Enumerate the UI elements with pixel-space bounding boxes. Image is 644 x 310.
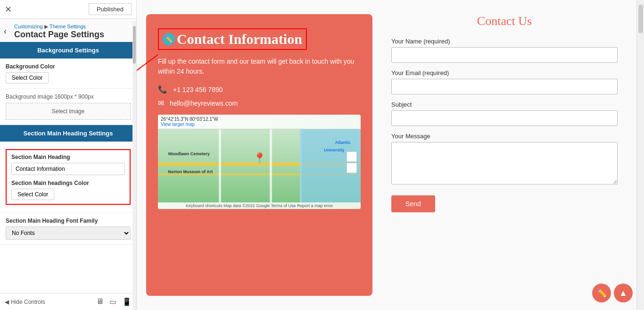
message-form-group: Your Message <box>391 133 618 186</box>
map-top-bar: 26°42'15.3"N 80°03'12.1"W View larger ma… <box>158 115 361 129</box>
right-scrollbar <box>636 0 644 310</box>
customizing-link[interactable]: Customizing <box>14 24 43 29</box>
name-form-group: Your Name (required) <box>391 38 618 63</box>
left-panel-scrollbar <box>132 21 136 310</box>
font-family-select[interactable]: No Fonts <box>6 226 131 240</box>
breadcrumb-arrow: ▶ <box>44 24 50 29</box>
left-panel: ✕ Published Customizing ▶ Theme Settings… <box>0 0 137 310</box>
select-image-button[interactable]: Select image <box>6 103 131 120</box>
close-icon[interactable]: ✕ <box>5 4 12 15</box>
contact-card-heading: Contact Information <box>177 31 302 47</box>
email-label: Your Email (required) <box>391 69 618 76</box>
left-panel-scrollbar-thumb <box>133 26 136 64</box>
section-main-heading-input[interactable] <box>11 163 125 175</box>
map-pin: 📍 <box>253 152 266 165</box>
message-label: Your Message <box>391 133 618 140</box>
subject-label: Subject <box>391 101 618 108</box>
background-image-section: Background image 1600px * 900px Select i… <box>0 89 136 125</box>
map-placeholder: 26°42'15.3"N 80°03'12.1"W View larger ma… <box>158 115 361 209</box>
name-label: Your Name (required) <box>391 38 618 45</box>
highlighted-heading-block: Section Main Heading Section Main headin… <box>6 149 131 205</box>
desktop-icon[interactable]: 🖥 <box>96 297 104 306</box>
mobile-icon[interactable]: 📱 <box>122 297 132 306</box>
page-title: Contact Page Settings <box>14 30 132 40</box>
svg-line-1 <box>137 55 158 121</box>
scrollable-panel: Background Settings Background Color Sel… <box>0 42 136 293</box>
send-button[interactable]: Send <box>391 195 435 212</box>
hide-controls-label: Hide Controls <box>11 299 45 305</box>
map-coords: 26°42'15.3"N 80°03'12.1"W <box>161 117 358 122</box>
pencil-icon: ✏️ <box>163 33 175 45</box>
section-heading-panel: Section Main Heading Section Main headin… <box>0 142 136 213</box>
section-heading-settings-header: Section Main Heading Settings <box>0 125 136 142</box>
road-v1 <box>219 129 221 202</box>
section-heading-color-label: Section Main headings Color <box>11 180 125 186</box>
message-textarea[interactable] <box>391 142 618 184</box>
map-footer: Keyboard shortcuts Map data ©2022 Google… <box>158 202 361 209</box>
main-content: ✏️ Contact Information Fill up the conta… <box>137 0 644 310</box>
device-icons-group: 🖥 ▭ 📱 <box>96 297 132 306</box>
phone-row: 📞 +1 123 456 7890 <box>158 85 361 94</box>
fab-up-button[interactable]: ▲ <box>614 284 633 302</box>
map-controls: + − <box>347 151 357 173</box>
back-arrow-icon[interactable]: ‹ <box>4 26 7 36</box>
font-family-section: Section Main Heading Font Family No Font… <box>0 213 136 245</box>
published-button[interactable]: Published <box>89 3 132 15</box>
select-color2-button[interactable]: Select Color <box>11 189 54 200</box>
bottom-bar: ◀ Hide Controls 🖥 ▭ 📱 <box>0 293 136 310</box>
font-family-label: Section Main Heading Font Family <box>6 218 131 224</box>
hide-controls-arrow: ◀ <box>5 299 9 305</box>
preview-area: ✏️ Contact Information Fill up the conta… <box>137 0 636 310</box>
subject-input[interactable] <box>391 110 618 126</box>
email-icon: ✉ <box>158 99 164 108</box>
form-title: Contact Us <box>391 14 618 28</box>
zoom-in-button[interactable]: + <box>347 151 357 162</box>
background-settings-header: Background Settings <box>0 42 136 59</box>
phone-number: +1 123 456 7890 <box>173 86 223 93</box>
section-main-heading-label: Section Main Heading <box>11 154 125 160</box>
background-color-section: Background Color Select Color <box>0 59 136 89</box>
contact-heading-highlight: ✏️ Contact Information <box>158 28 307 50</box>
bg-image-label: Background image 1600px * 900px <box>6 93 131 100</box>
name-input[interactable] <box>391 47 618 63</box>
email-form-group: Your Email (required) <box>391 69 618 94</box>
email-row: ✉ hello@heyreviews.com <box>158 99 361 108</box>
contact-card: ✏️ Contact Information Fill up the conta… <box>146 14 372 296</box>
contact-card-description: Fill up the contact form and our team wi… <box>158 57 361 76</box>
email-input[interactable] <box>391 79 618 94</box>
map-label-museum: Norton Museum of Art <box>168 169 213 174</box>
theme-settings-link[interactable]: Theme Settings <box>50 24 86 29</box>
top-bar: ✕ Published <box>0 0 136 19</box>
map-label-university: University <box>324 148 345 152</box>
select-color-button[interactable]: Select Color <box>6 72 49 84</box>
breadcrumb-area: Customizing ▶ Theme Settings Contact Pag… <box>0 19 136 42</box>
map-label-cemetery: Woodlawn Cemetery <box>168 151 210 156</box>
view-larger-map-link[interactable]: View larger map <box>161 122 195 127</box>
subject-form-group: Subject <box>391 101 618 126</box>
tablet-icon[interactable]: ▭ <box>109 297 116 306</box>
map-label-atlantic: Atlantic <box>335 140 350 145</box>
map-body: Woodlawn Cemetery Norton Museum of Art A… <box>158 129 361 202</box>
background-color-label: Background Color <box>6 63 131 70</box>
fab-pencil-button[interactable]: ✏️ <box>592 284 611 302</box>
map-inner: 26°42'15.3"N 80°03'12.1"W View larger ma… <box>158 115 361 209</box>
email-address: hello@heyreviews.com <box>170 100 238 107</box>
scrollbar-thumb <box>638 5 643 33</box>
phone-icon: 📞 <box>158 85 167 94</box>
hide-controls-button[interactable]: ◀ Hide Controls <box>5 299 45 305</box>
zoom-out-button[interactable]: − <box>347 163 357 173</box>
road-v2 <box>270 129 272 202</box>
contact-form-area: Contact Us Your Name (required) Your Ema… <box>382 14 627 296</box>
fab-area: ✏️ ▲ <box>592 284 633 302</box>
